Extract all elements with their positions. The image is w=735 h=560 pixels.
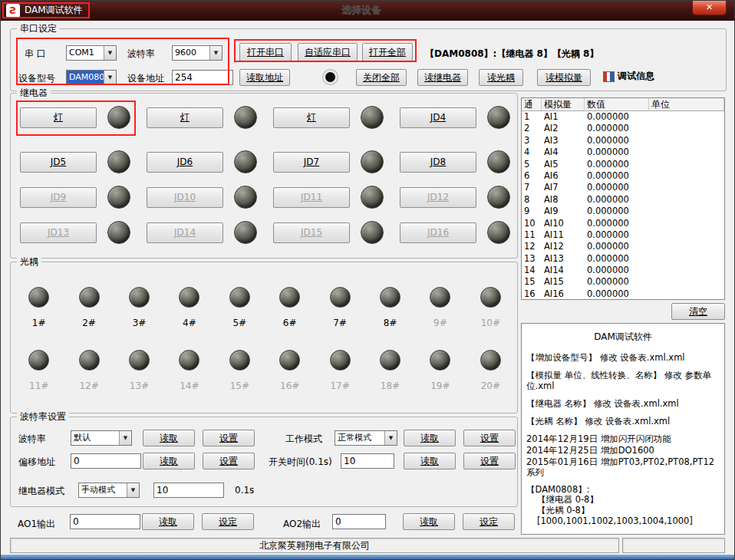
cell-unit <box>649 111 724 123</box>
cell-ch: 15 <box>522 276 542 288</box>
baudrate-select[interactable]: 默认 ▼ <box>71 430 132 446</box>
open-all-button[interactable]: 打开全部 <box>362 43 413 61</box>
chevron-down-icon[interactable]: ▼ <box>209 46 222 60</box>
window-title: DAM调试软件 <box>25 1 83 20</box>
clear-button[interactable]: 清空 <box>671 303 725 320</box>
relay-row-1: 灯灯灯JD4 <box>11 106 517 129</box>
chevron-down-icon[interactable]: ▼ <box>104 46 116 60</box>
ao1-set-button[interactable]: 设定 <box>202 513 254 530</box>
baud-select[interactable]: 9600 ▼ <box>172 45 222 61</box>
relay-lamp-icon <box>234 221 257 244</box>
offset-input[interactable] <box>71 453 141 469</box>
port-select[interactable]: COM1 ▼ <box>66 45 117 61</box>
opto-channel: 5# <box>215 282 265 345</box>
read-opto-button[interactable]: 读光耦 <box>479 69 523 86</box>
debug-info[interactable]: 调试信息 <box>603 70 654 83</box>
info-line: [1000,1001,1002,1003,1004,1000] <box>526 516 720 527</box>
ao1-input[interactable] <box>70 514 140 529</box>
relay-button-JD15[interactable]: JD15 <box>273 222 350 243</box>
baudrate-set-button[interactable]: 设置 <box>203 430 255 446</box>
title-bar: Ƨ DAM调试软件 选择设备 ✕ <box>1 1 734 21</box>
relay-button-灯[interactable]: 灯 <box>20 107 97 128</box>
read-address-button[interactable]: 读取地址 <box>239 69 290 86</box>
cell-ch: 14 <box>522 265 542 276</box>
relay-row-3: JD9JD10JD11JD12 <box>11 186 517 209</box>
status-bar-company: 北京聚英翱翔电子有限公司 <box>10 538 619 553</box>
chevron-down-icon[interactable]: ▼ <box>104 71 116 84</box>
cell-ch: 3 <box>522 135 542 147</box>
close-all-button[interactable]: 关闭全部 <box>356 69 407 86</box>
info-device: 【DAM0808】:【继电器 0-8】【光耦 0-8】[1000,1001,10… <box>526 485 720 527</box>
close-button[interactable]: ✕ <box>692 1 727 15</box>
debug-info-label: 调试信息 <box>618 70 654 83</box>
open-port-button[interactable]: 打开串口 <box>239 43 292 61</box>
relay-button-JD7[interactable]: JD7 <box>273 152 350 173</box>
baud-label: 波特率 <box>127 48 155 61</box>
device-address-input[interactable] <box>172 70 233 85</box>
switch-time-input[interactable] <box>341 453 394 469</box>
work-mode-select[interactable]: 正常模式 ▼ <box>335 430 397 446</box>
relay-button-JD14[interactable]: JD14 <box>147 222 223 243</box>
cell-name: AI8 <box>542 194 585 206</box>
chevron-down-icon[interactable]: ▼ <box>384 431 397 445</box>
ao1-read-button[interactable]: 读取 <box>142 513 194 530</box>
ao2-read-button[interactable]: 读取 <box>403 513 455 530</box>
relay-cell: JD4 <box>391 106 517 129</box>
table-row: 14AI140.000000 <box>522 265 724 276</box>
relay-button-JD13[interactable]: JD13 <box>20 222 97 243</box>
opto-channel: 16# <box>265 345 315 408</box>
relay-mode-select[interactable]: 手动模式 ▼ <box>78 483 140 498</box>
model-select[interactable]: DAM0808 ▼ <box>66 70 117 85</box>
opto-channel: 3# <box>114 282 164 345</box>
relay-cell: JD12 <box>391 186 517 209</box>
cell-ch: 9 <box>522 206 542 217</box>
relay-button-JD9[interactable]: JD9 <box>20 187 97 208</box>
baud-settings-group: 波特率设置 波特率 默认 ▼ 读取 设置 工作模式 正常模式 ▼ 读取 设置 偏… <box>10 417 518 507</box>
switch-time-read-button[interactable]: 读取 <box>404 453 456 469</box>
relay-button-JD6[interactable]: JD6 <box>147 152 223 173</box>
table-row: 7AI70.000000 <box>522 182 724 193</box>
auto-port-button[interactable]: 自适应串口 <box>298 43 358 61</box>
cell-ch: 2 <box>522 123 542 134</box>
table-row: 5AI50.000000 <box>522 159 724 170</box>
cell-name: AI5 <box>542 159 585 170</box>
switch-time-set-button[interactable]: 设置 <box>463 453 516 469</box>
cell-unit <box>649 135 724 147</box>
col-unit: 单位 <box>649 98 724 110</box>
opto-lamp-icon <box>380 350 400 371</box>
relay-button-JD8[interactable]: JD8 <box>400 152 476 173</box>
offset-set-button[interactable]: 设置 <box>203 453 255 469</box>
relay-button-灯[interactable]: 灯 <box>273 107 350 128</box>
port-label: 串 口 <box>25 48 46 61</box>
relay-button-JD5[interactable]: JD5 <box>20 152 97 173</box>
opto-channel-label: 12# <box>79 380 98 391</box>
cell-unit <box>649 147 724 158</box>
relay-button-JD16[interactable]: JD16 <box>400 222 476 243</box>
relay-button-JD11[interactable]: JD11 <box>273 187 350 208</box>
cell-value: 0.000000 <box>585 194 649 206</box>
work-mode-read-button[interactable]: 读取 <box>404 430 456 446</box>
relay-button-灯[interactable]: 灯 <box>147 107 223 128</box>
opto-channel: 9# <box>415 282 465 345</box>
opto-channel-label: 18# <box>381 380 400 391</box>
offset-read-button[interactable]: 读取 <box>143 453 195 469</box>
ao2-set-button[interactable]: 设定 <box>463 513 515 530</box>
opto-channel: 8# <box>365 282 415 345</box>
read-analog-button[interactable]: 读模拟量 <box>537 69 591 86</box>
chevron-down-icon[interactable]: ▼ <box>127 483 139 497</box>
cell-unit <box>649 276 724 288</box>
relay-button-JD4[interactable]: JD4 <box>400 107 476 128</box>
chevron-down-icon[interactable]: ▼ <box>119 431 131 445</box>
baudrate-read-button[interactable]: 读取 <box>143 430 195 446</box>
ao2-input[interactable] <box>332 514 386 529</box>
cell-ch: 16 <box>522 288 542 300</box>
relay-button-JD12[interactable]: JD12 <box>400 187 476 208</box>
info-line: 【继电器 0-8】 <box>526 495 720 506</box>
relay-button-JD10[interactable]: JD10 <box>147 187 223 208</box>
cell-name: AI16 <box>542 288 585 300</box>
cell-unit <box>649 194 724 206</box>
connection-indicator-icon <box>325 72 335 82</box>
relay-time-input[interactable] <box>153 483 224 498</box>
work-mode-set-button[interactable]: 设置 <box>463 430 516 446</box>
read-relay-button[interactable]: 读继电器 <box>417 69 468 86</box>
